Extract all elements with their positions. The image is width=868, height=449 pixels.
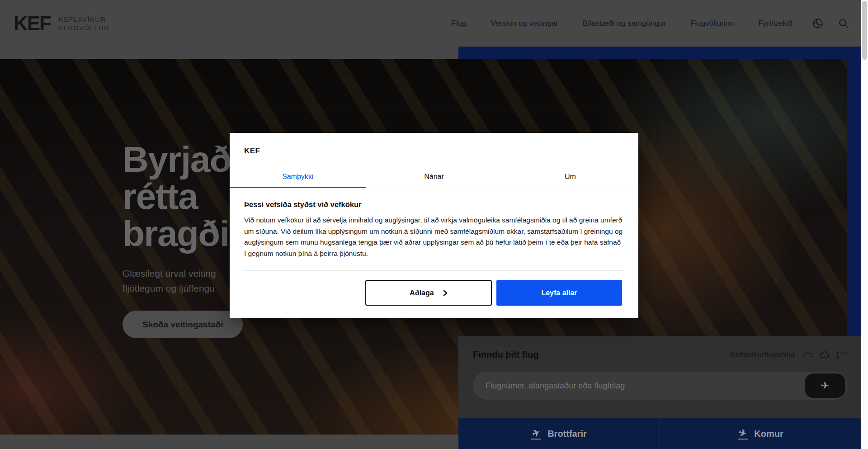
view-restaurants-button[interactable]: Skoða veitingastaði [123, 311, 243, 338]
flight-widget-title: Finndu þitt flug [473, 350, 539, 360]
arrivals-label: Komur [754, 429, 783, 439]
flight-search-submit-button[interactable]: ✈ [805, 373, 845, 398]
header-icons [811, 17, 849, 30]
flight-widget-header: Finndu þitt flug Keflavíkurflugvöllur 7°… [458, 336, 861, 360]
nav-item-flug[interactable]: Flug [451, 19, 466, 28]
kef-airport-page: KEF KEFLAVÍKUR FLUGVÖLLUR Flug Verslun o… [0, 0, 868, 449]
tab-about[interactable]: Um [502, 166, 638, 188]
flight-search-row: ✈ [473, 372, 848, 400]
globe-icon[interactable] [811, 17, 824, 30]
arrivals-icon: ✈ [738, 428, 748, 440]
cookie-consent-dialog: KEF Samþykki Nánar Um Þessi vefsíða styð… [230, 133, 638, 318]
flight-direction-tabs: ✈ Brottfarir ✈ Komur [458, 418, 861, 449]
nav-item-fyrirtaekid[interactable]: Fyrirtækið [758, 19, 793, 28]
kef-logo[interactable]: KEF KEFLAVÍKUR FLUGVÖLLUR [14, 14, 109, 33]
logo-sub-line1: KEFLAVÍKUR [59, 15, 109, 24]
cookie-description: Við notum vefkökur til að sérvelja innih… [244, 215, 624, 259]
tab-consent[interactable]: Samþykki [230, 166, 366, 188]
kef-logo-text: KEF [14, 14, 51, 33]
weather-wind: 1m/s [835, 350, 848, 360]
page-scrollbar[interactable] [861, 0, 868, 449]
cloud-icon [819, 350, 830, 359]
tab-arrivals[interactable]: ✈ Komur [660, 418, 861, 449]
cookie-dialog-body: Þessi vefsíða styðst við vefkökur Við no… [230, 188, 638, 271]
weather-location: Keflavíkurflugvöllur [730, 350, 795, 359]
customize-cookies-button[interactable]: Aðlaga [365, 280, 492, 306]
accept-all-cookies-button[interactable]: Leyfa allar [496, 280, 622, 306]
cookie-dialog-title: KEF [230, 133, 638, 166]
nav-item-verslun-og-veitingar[interactable]: Verslun og veitingar [491, 19, 558, 28]
cookie-heading: Þessi vefsíða styðst við vefkökur [244, 200, 624, 209]
kef-logo-subtitle: KEFLAVÍKUR FLUGVÖLLUR [59, 15, 109, 32]
chevron-right-icon [442, 289, 448, 297]
cookie-actions: Aðlaga Leyfa allar [230, 280, 638, 318]
departures-icon: ✈ [531, 428, 541, 440]
search-icon[interactable] [837, 17, 849, 30]
tab-details[interactable]: Nánar [366, 166, 502, 188]
site-header: KEF KEFLAVÍKUR FLUGVÖLLUR Flug Verslun o… [0, 0, 861, 47]
scrollbar-thumb[interactable] [862, 1, 867, 60]
plane-icon: ✈ [821, 380, 829, 392]
customize-label: Aðlaga [410, 289, 434, 297]
nav-item-flugvollurinn[interactable]: Flugvöllurinn [690, 19, 734, 28]
tab-departures[interactable]: ✈ Brottfarir [458, 418, 660, 449]
logo-sub-line2: FLUGVÖLLUR [59, 24, 109, 32]
departures-label: Brottfarir [547, 429, 587, 439]
weather-temperature: 7°c [802, 350, 814, 359]
cookie-divider [244, 270, 624, 271]
nav-item-bilastaedi-og-samgongur[interactable]: Bílastæði og samgöngur [583, 19, 666, 28]
main-nav: Flug Verslun og veitingar Bílastæði og s… [451, 19, 793, 28]
weather-info: Keflavíkurflugvöllur 7°c 1m/s [730, 350, 848, 360]
cookie-dialog-tabs: Samþykki Nánar Um [230, 166, 638, 188]
flight-search-widget: Finndu þitt flug Keflavíkurflugvöllur 7°… [458, 336, 861, 449]
flight-search-input[interactable] [473, 372, 848, 400]
